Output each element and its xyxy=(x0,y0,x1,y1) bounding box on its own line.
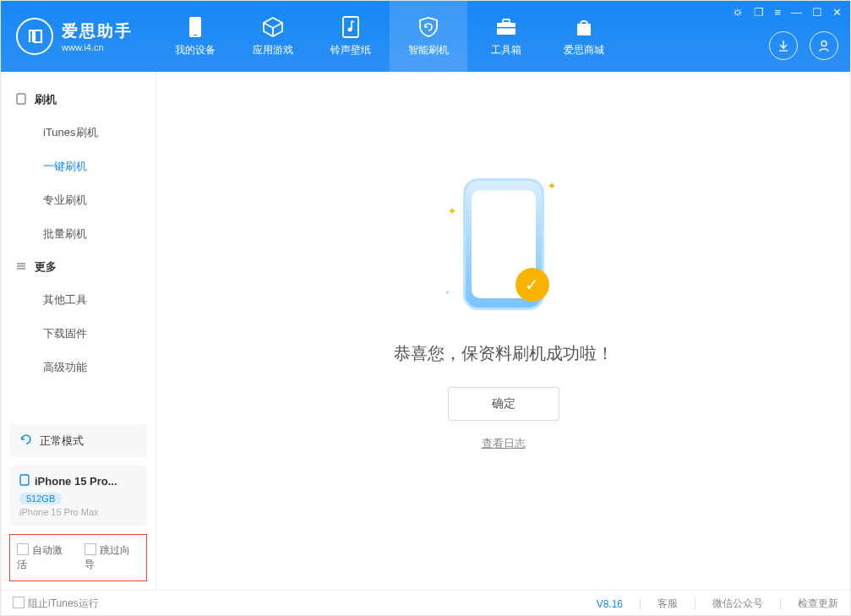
nav-label: 工具箱 xyxy=(491,43,521,57)
version-label: V8.16 xyxy=(597,598,623,610)
checkbox[interactable] xyxy=(13,597,25,608)
auto-activate-option[interactable]: 自动激活 xyxy=(17,543,73,572)
divider xyxy=(780,598,781,610)
sidebar-item-pro-flash[interactable]: 专业刷机 xyxy=(1,183,155,217)
maximize-button[interactable]: ☐ xyxy=(812,6,822,19)
device-name-row: iPhone 15 Pro... xyxy=(19,474,137,488)
wechat-link[interactable]: 微信公众号 xyxy=(712,597,763,611)
sidebar-item-batch-flash[interactable]: 批量刷机 xyxy=(1,217,155,251)
footer-right: V8.16 客服 微信公众号 检查更新 xyxy=(597,597,838,611)
view-log-link[interactable]: 查看日志 xyxy=(482,436,526,451)
block-itunes-option[interactable]: 阻止iTunes运行 xyxy=(13,597,99,611)
app-title: 爱思助手 xyxy=(62,20,133,42)
phone-tiny-icon xyxy=(19,474,30,488)
nav-label: 应用游戏 xyxy=(253,43,293,57)
svg-rect-4 xyxy=(497,23,516,35)
device-mode-box[interactable]: 正常模式 xyxy=(9,424,147,457)
nav-label: 我的设备 xyxy=(175,43,215,57)
sidebar-group-label: 更多 xyxy=(35,259,57,275)
device-name: iPhone 15 Pro... xyxy=(35,475,117,488)
sidebar-item-other-tools[interactable]: 其他工具 xyxy=(1,283,155,317)
svg-rect-5 xyxy=(503,19,510,23)
device-icon xyxy=(183,16,207,38)
sidebar-bottom: 正常模式 iPhone 15 Pro... 512GB iPhone 15 Pr… xyxy=(1,416,155,590)
checkbox[interactable] xyxy=(85,543,96,555)
svg-rect-1 xyxy=(194,35,197,35)
sparkle-icon: ✦ xyxy=(448,205,456,217)
window-controls: ⛭ ❐ ≡ — ☐ ✕ xyxy=(733,6,842,19)
header-right-icons xyxy=(769,31,838,60)
ok-button[interactable]: 确定 xyxy=(448,387,559,421)
divider xyxy=(640,598,641,610)
refresh-shield-icon xyxy=(417,16,440,38)
sidebar-item-download-firmware[interactable]: 下载固件 xyxy=(1,317,155,351)
sidebar-group-flash: 刷机 xyxy=(1,84,155,116)
logo-icon xyxy=(16,18,53,55)
device-info-box[interactable]: iPhone 15 Pro... 512GB iPhone 15 Pro Max xyxy=(9,466,147,526)
sidebar-item-advanced[interactable]: 高级功能 xyxy=(1,351,155,384)
nav-store[interactable]: 爱思商城 xyxy=(545,1,623,72)
settings-icon[interactable]: ⛭ xyxy=(733,6,744,19)
download-button[interactable] xyxy=(769,31,798,60)
skip-wizard-option[interactable]: 跳过向导 xyxy=(85,543,140,572)
check-update-link[interactable]: 检查更新 xyxy=(798,597,838,611)
success-illustration: ✦ ✦ ✦ ✓ xyxy=(453,173,554,317)
svg-point-7 xyxy=(821,41,826,46)
refresh-icon xyxy=(19,433,33,449)
nav-my-device[interactable]: 我的设备 xyxy=(156,1,234,72)
device-storage: 512GB xyxy=(19,493,62,504)
close-button[interactable]: ✕ xyxy=(832,6,842,19)
nav-toolbox[interactable]: 工具箱 xyxy=(467,1,545,72)
main-nav: 我的设备 应用游戏 铃声壁纸 智能刷机 工具箱 爱思商城 xyxy=(156,1,623,72)
nav-ringtone-wallpaper[interactable]: 铃声壁纸 xyxy=(312,1,390,72)
sparkle-icon: ✦ xyxy=(548,180,556,192)
svg-rect-12 xyxy=(20,475,29,485)
nav-label: 铃声壁纸 xyxy=(330,43,371,57)
app-header: 爱思助手 www.i4.cn 我的设备 应用游戏 铃声壁纸 智能刷机 工具箱 爱… xyxy=(1,1,850,72)
main-content: ✦ ✦ ✦ ✓ 恭喜您，保资料刷机成功啦！ 确定 查看日志 xyxy=(156,72,850,590)
app-subtitle: www.i4.cn xyxy=(62,42,133,52)
svg-rect-6 xyxy=(497,27,516,29)
nav-smart-flash[interactable]: 智能刷机 xyxy=(390,1,467,72)
user-button[interactable] xyxy=(810,31,838,60)
logo-area: 爱思助手 www.i4.cn xyxy=(1,1,156,72)
sidebar-item-itunes-flash[interactable]: iTunes刷机 xyxy=(1,116,155,150)
svg-rect-0 xyxy=(189,17,201,37)
sidebar-item-oneclick-flash[interactable]: 一键刷机 xyxy=(1,150,155,183)
nav-label: 智能刷机 xyxy=(408,43,449,57)
minimize-button[interactable]: — xyxy=(791,6,802,19)
block-itunes-label: 阻止iTunes运行 xyxy=(28,597,99,609)
music-icon xyxy=(339,16,363,38)
success-check-icon: ✓ xyxy=(516,268,549,302)
menu-icon[interactable]: ≡ xyxy=(774,6,781,19)
success-message: 恭喜您，保资料刷机成功啦！ xyxy=(394,342,614,365)
footer-left: 阻止iTunes运行 xyxy=(13,597,99,611)
sparkle-icon: ✦ xyxy=(445,289,450,297)
svg-rect-2 xyxy=(343,17,358,37)
nav-label: 爱思商城 xyxy=(564,43,604,57)
device-model: iPhone 15 Pro Max xyxy=(19,507,137,517)
bag-icon xyxy=(572,16,596,38)
divider xyxy=(695,598,696,610)
mode-label: 正常模式 xyxy=(40,433,84,449)
body-area: 刷机 iTunes刷机 一键刷机 专业刷机 批量刷机 更多 其他工具 下载固件 … xyxy=(1,72,850,590)
multi-window-icon[interactable]: ❐ xyxy=(754,6,764,19)
phone-small-icon xyxy=(16,93,28,107)
toolbox-icon xyxy=(494,16,518,38)
sidebar-group-label: 刷机 xyxy=(35,92,57,107)
sidebar: 刷机 iTunes刷机 一键刷机 专业刷机 批量刷机 更多 其他工具 下载固件 … xyxy=(1,72,156,590)
cube-icon xyxy=(261,16,285,38)
svg-rect-8 xyxy=(17,94,25,104)
footer-bar: 阻止iTunes运行 V8.16 客服 微信公众号 检查更新 xyxy=(1,590,850,616)
nav-apps-games[interactable]: 应用游戏 xyxy=(234,1,312,72)
support-link[interactable]: 客服 xyxy=(657,597,678,611)
sidebar-group-more: 更多 xyxy=(1,251,155,283)
more-icon xyxy=(16,261,28,274)
checkbox[interactable] xyxy=(17,543,29,555)
svg-point-3 xyxy=(348,27,352,31)
activation-options-box: 自动激活 跳过向导 xyxy=(9,534,147,581)
